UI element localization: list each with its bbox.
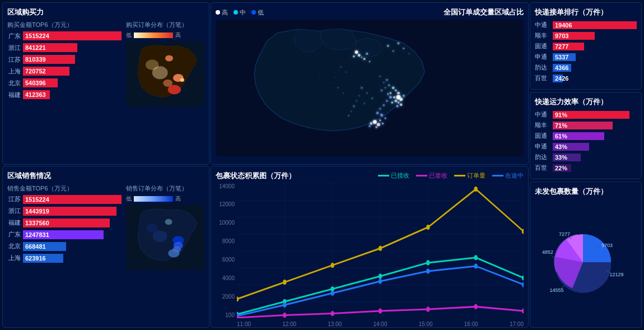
y-label-2000: 2000: [216, 294, 235, 300]
bar-label: 北京: [7, 242, 21, 250]
bar-fill: 1515224: [23, 195, 122, 204]
svg-point-6: [146, 59, 158, 70]
legend-signed: 已签收: [416, 171, 447, 180]
eff-label: 中通: [535, 110, 550, 119]
pie-label-9703: 9703: [601, 243, 613, 248]
svg-point-27: [363, 58, 366, 60]
rank-bar-container: 9703: [553, 32, 637, 40]
bar-label: 上海: [7, 67, 21, 76]
bar-container: 1515224: [23, 31, 122, 40]
map-title: 全国订单成交量区域占比: [444, 7, 524, 17]
svg-point-98: [237, 296, 239, 301]
rank-bar-container: 7277: [553, 43, 637, 50]
svg-point-76: [389, 96, 392, 99]
pie-label-14555: 14555: [549, 287, 563, 293]
buying-legend-low: 低: [126, 31, 132, 39]
svg-point-13: [165, 219, 172, 224]
bar-fill: 1515224: [23, 31, 122, 40]
x-label-15: 15:00: [419, 321, 433, 327]
svg-point-18: [403, 48, 404, 49]
svg-point-43: [377, 123, 380, 126]
bar-container: 1337560: [23, 219, 122, 227]
rank-bar-fill: 19406: [553, 21, 637, 29]
svg-point-109: [426, 260, 430, 265]
svg-point-24: [353, 55, 355, 58]
svg-point-116: [426, 268, 430, 273]
bar-container: 841221: [23, 43, 122, 52]
svg-point-117: [474, 263, 477, 268]
selling-map: [126, 204, 204, 271]
bar-container: 540396: [23, 78, 122, 87]
selling-legend-low: 低: [126, 195, 132, 203]
svg-point-74: [381, 90, 383, 92]
chart-panel: 包裹状态积累图（万件） 已揽收 已签收 订单量 在途中: [211, 166, 529, 328]
svg-point-19: [393, 50, 394, 52]
selling-bar-row: 浙江 1443919: [7, 207, 122, 216]
eff-bar-fill: 71%: [553, 122, 613, 129]
svg-point-4: [165, 55, 173, 61]
efficiency-title: 快递运力效率（万件）: [535, 97, 637, 107]
svg-point-30: [399, 98, 403, 101]
y-label-12000: 12000: [216, 201, 235, 207]
selling-panel: 区域销售情况 销售金额TOP6（万元） 江苏 1515224 浙江 144391…: [2, 166, 209, 328]
ranking-bar-row: 申通 5337: [535, 53, 637, 61]
svg-point-78: [382, 104, 385, 106]
svg-point-121: [330, 310, 334, 315]
svg-point-33: [393, 96, 395, 99]
svg-point-36: [395, 90, 397, 92]
eff-bar-fill: 91%: [553, 111, 629, 119]
selling-order-subtitle: 销售订单分布（万笔）: [126, 184, 204, 193]
bar-fill: 540396: [23, 78, 58, 87]
eff-bar-fill: 43%: [553, 143, 589, 151]
eff-bar-container: 61%: [553, 132, 637, 140]
eff-label: 百世: [535, 164, 550, 172]
selling-value-subtitle: 销售金额TOP6（万元）: [7, 184, 122, 193]
bar-container: 668481: [23, 242, 122, 251]
bar-container: 412363: [23, 90, 122, 99]
legend-collected: 已揽收: [378, 171, 409, 180]
dashboard: 区域购买力 购买金额TOP6（万元） 广东 1515224 浙江 841221 …: [0, 0, 644, 330]
svg-point-58: [340, 66, 342, 68]
eff-bar-container: 43%: [553, 143, 637, 151]
chart-legend: 已揽收 已签收 订单量 在途中: [378, 171, 524, 180]
svg-point-55: [353, 105, 355, 108]
svg-point-62: [337, 87, 339, 89]
eff-bar-container: 91%: [553, 111, 637, 119]
svg-point-28: [369, 61, 371, 63]
rank-bar-container: 5337: [553, 53, 637, 61]
bar-fill: 1247831: [23, 230, 104, 239]
svg-point-25: [361, 57, 363, 58]
selling-bar-row: 江苏 1515224: [7, 195, 122, 204]
svg-point-52: [363, 103, 365, 104]
efficiency-bar-row: 圆通 61%: [535, 132, 637, 140]
efficiency-bar-row: 顺丰 71%: [535, 121, 637, 129]
svg-point-20: [387, 45, 389, 47]
pie-label-7277: 7277: [559, 231, 570, 237]
svg-point-81: [380, 114, 383, 117]
bar-fill: 1337560: [23, 219, 110, 227]
rank-label: 韵达: [535, 63, 550, 72]
svg-point-23: [358, 54, 361, 57]
svg-point-115: [379, 278, 382, 283]
bar-fill: 1443919: [23, 207, 116, 216]
svg-point-123: [426, 306, 430, 312]
bar-label: 浙江: [7, 44, 21, 52]
eff-bar-container: 33%: [553, 154, 637, 161]
rank-bar-fill: 4366: [553, 64, 571, 72]
svg-point-21: [408, 53, 409, 54]
map-legend-low: 低: [251, 8, 264, 17]
svg-point-49: [361, 87, 363, 89]
bar-fill: 810339: [23, 55, 75, 64]
selling-title: 区域销售情况: [7, 171, 204, 181]
chart-title: 包裹状态积累图（万件）: [216, 171, 296, 181]
svg-point-70: [386, 79, 388, 81]
svg-point-69: [379, 76, 381, 77]
bar-label: 广东: [7, 32, 21, 40]
bar-fill: 668481: [23, 242, 66, 251]
svg-point-38: [397, 92, 400, 95]
map-legend-mid: 中: [234, 8, 246, 17]
svg-point-7: [163, 80, 172, 87]
svg-point-110: [474, 255, 477, 260]
svg-point-48: [382, 123, 384, 125]
svg-point-44: [370, 122, 372, 125]
